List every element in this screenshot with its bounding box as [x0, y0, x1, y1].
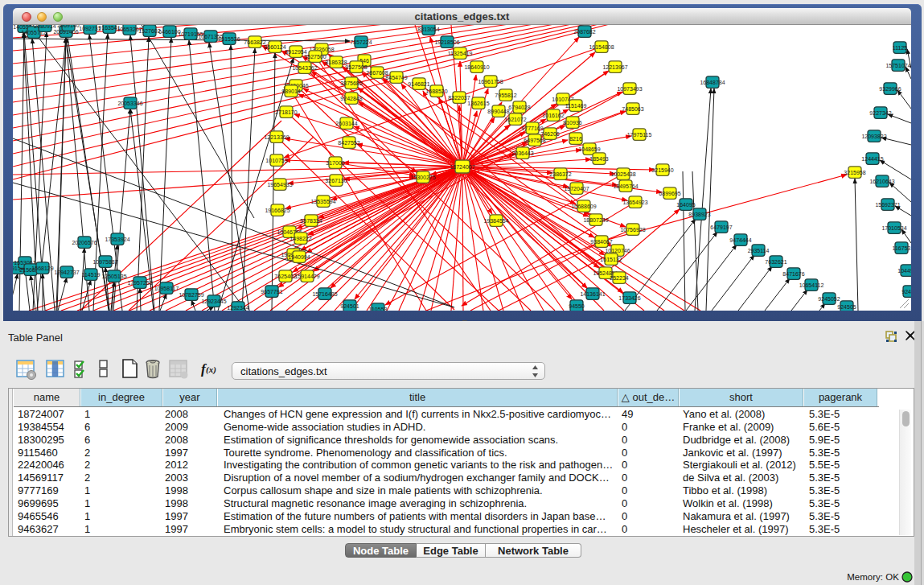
svg-text:1527602: 1527602	[138, 28, 160, 34]
svg-text:12942737: 12942737	[54, 270, 79, 275]
svg-text:9242848: 9242848	[340, 96, 362, 101]
svg-text:1621072: 1621072	[504, 117, 526, 122]
svg-text:16210643: 16210643	[869, 179, 894, 184]
svg-text:8813054: 8813054	[417, 27, 439, 32]
svg-text:8454749: 8454749	[385, 75, 407, 80]
svg-text:8938923: 8938923	[688, 212, 710, 217]
svg-text:2386372: 2386372	[549, 171, 571, 177]
svg-text:8660124: 8660124	[264, 44, 285, 50]
svg-text:3215940: 3215940	[651, 167, 673, 173]
svg-text:5578334: 5578334	[300, 218, 322, 224]
svg-text:1292344: 1292344	[227, 305, 248, 311]
svg-text:8990448: 8990448	[487, 109, 509, 114]
svg-text:7515526: 7515526	[218, 36, 240, 42]
svg-text:9527500: 9527500	[304, 54, 326, 60]
svg-text:6794028: 6794028	[508, 105, 530, 110]
svg-text:8322037: 8322037	[448, 95, 470, 101]
svg-text:9474444: 9474444	[729, 237, 751, 243]
svg-text:116753: 116753	[893, 245, 911, 251]
svg-text:2087682: 2087682	[573, 29, 595, 35]
svg-text:6899695: 6899695	[659, 191, 680, 196]
svg-text:8216: 8216	[569, 136, 582, 142]
svg-text:16154808: 16154808	[589, 44, 614, 50]
svg-text:1151469: 1151469	[565, 103, 587, 109]
svg-text:10975887: 10975887	[92, 259, 117, 265]
svg-text:15300275: 15300275	[410, 175, 435, 180]
svg-text:252234: 252234	[610, 275, 628, 281]
svg-text:17010534: 17010534	[881, 225, 906, 231]
svg-text:3267130: 3267130	[325, 178, 347, 183]
svg-text:9527508: 9527508	[345, 64, 367, 70]
svg-text:18640910: 18640910	[464, 64, 489, 70]
svg-text:18807249: 18807249	[583, 217, 608, 223]
svg-text:9329966: 9329966	[879, 86, 901, 92]
svg-text:9146821: 9146821	[408, 81, 429, 87]
svg-text:1588520: 1588520	[425, 89, 447, 94]
svg-text:94550: 94550	[569, 303, 585, 309]
svg-text:20053346: 20053346	[117, 101, 142, 106]
svg-text:17353924: 17353924	[105, 237, 129, 242]
svg-text:16848784: 16848784	[700, 80, 725, 85]
svg-text:19218506: 19218506	[434, 39, 459, 45]
svg-text:7857224: 7857224	[350, 39, 372, 45]
svg-text:2036443: 2036443	[511, 150, 533, 156]
svg-text:8186328: 8186328	[325, 60, 347, 65]
svg-text:185493: 185493	[589, 156, 608, 162]
svg-text:3875685: 3875685	[340, 80, 362, 86]
svg-text:1615132: 1615132	[600, 257, 622, 262]
svg-text:10958117: 10958117	[154, 286, 179, 291]
svg-text:924501: 924501	[340, 303, 359, 309]
svg-text:10782759: 10782759	[179, 292, 203, 298]
svg-text:17957253: 17957253	[127, 280, 152, 286]
svg-text:9384067: 9384067	[590, 239, 612, 245]
svg-text:11125: 11125	[893, 45, 908, 51]
svg-text:15751074: 15751074	[885, 63, 910, 68]
svg-text:10756928: 10756928	[620, 227, 645, 233]
svg-text:7485063: 7485063	[622, 106, 643, 112]
svg-text:18495764: 18495764	[613, 183, 638, 189]
svg-text:10120746: 10120746	[605, 248, 630, 253]
svg-text:17975115: 17975115	[627, 132, 652, 138]
svg-text:2603144: 2603144	[335, 121, 357, 126]
svg-text:12093822: 12093822	[861, 134, 886, 139]
svg-text:11325419: 11325419	[448, 51, 473, 56]
svg-text:1010753: 1010753	[265, 158, 287, 163]
svg-text:3215958: 3215958	[844, 170, 865, 175]
svg-text:1568129: 1568129	[31, 266, 53, 271]
svg-text:1016162: 1016162	[542, 113, 564, 118]
svg-text:110553: 110553	[369, 307, 388, 311]
svg-text:10654112: 10654112	[799, 282, 824, 288]
svg-text:9245052: 9245052	[818, 296, 840, 302]
svg-text:15914479: 15914479	[294, 274, 319, 279]
svg-text:1498222: 1498222	[290, 236, 311, 241]
svg-text:1362615: 1362615	[467, 101, 489, 106]
svg-text:9777169: 9777169	[521, 126, 543, 131]
svg-text:7955812: 7955812	[495, 93, 516, 98]
svg-text:19166825: 19166825	[265, 208, 290, 213]
svg-text:114519: 114519	[82, 272, 101, 278]
svg-text:10688609: 10688609	[571, 204, 596, 209]
svg-text:6479197: 6479197	[710, 225, 732, 230]
svg-text:7663822: 7663822	[244, 39, 265, 45]
svg-text:15716485: 15716485	[312, 291, 337, 297]
svg-text:13535594: 13535594	[310, 199, 335, 204]
svg-text:10973493: 10973493	[617, 86, 642, 92]
svg-text:10025438: 10025438	[610, 171, 635, 177]
svg-text:1940994: 1940994	[288, 254, 310, 260]
svg-text:9657791: 9657791	[261, 289, 282, 295]
svg-text:19384554: 19384554	[483, 218, 508, 224]
svg-text:92450: 92450	[901, 289, 911, 295]
svg-text:2718170: 2718170	[275, 109, 297, 115]
svg-text:15720407: 15720407	[564, 186, 589, 192]
svg-text:2069140: 2069140	[57, 25, 79, 28]
svg-text:989014: 989014	[281, 89, 300, 94]
svg-text:12923445: 12923445	[201, 299, 226, 304]
svg-text:2935114: 2935114	[748, 248, 770, 253]
svg-text:7625402: 7625402	[274, 274, 296, 279]
svg-text:104491: 104491	[897, 268, 911, 274]
svg-text:746206: 746206	[540, 131, 559, 137]
svg-text:1244415: 1244415	[861, 156, 883, 162]
svg-text:6497568: 6497568	[524, 138, 545, 143]
svg-text:12213967: 12213967	[602, 64, 627, 70]
svg-text:16961758: 16961758	[478, 79, 503, 84]
